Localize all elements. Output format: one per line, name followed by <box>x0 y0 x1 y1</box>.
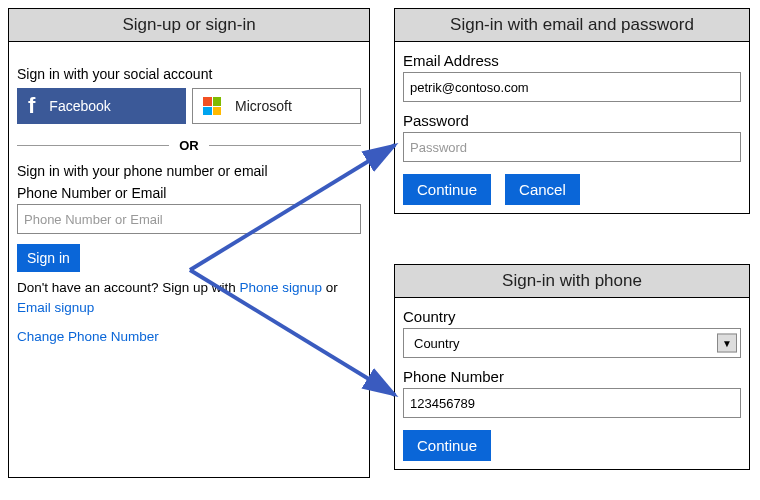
signin-email-panel: Sign-in with email and password Email Ad… <box>394 8 750 214</box>
continue-button[interactable]: Continue <box>403 430 491 461</box>
phone-email-field-label: Phone Number or Email <box>17 185 361 201</box>
microsoft-icon <box>203 97 221 115</box>
phone-signup-link[interactable]: Phone signup <box>239 280 322 295</box>
panel-title: Sign-in with phone <box>395 265 749 298</box>
email-label: Email Address <box>403 52 741 69</box>
password-input[interactable] <box>403 132 741 162</box>
signup-prompt: Don't have an account? Sign up with Phon… <box>17 278 361 319</box>
panel-title: Sign-in with email and password <box>395 9 749 42</box>
signup-signin-panel: Sign-up or sign-in Sign in with your soc… <box>8 8 370 478</box>
continue-button[interactable]: Continue <box>403 174 491 205</box>
phone-email-section-label: Sign in with your phone number or email <box>17 163 361 179</box>
social-label: Sign in with your social account <box>17 66 361 82</box>
cancel-button[interactable]: Cancel <box>505 174 580 205</box>
facebook-button[interactable]: f Facebook <box>17 88 186 124</box>
country-select[interactable]: Country <box>403 328 741 358</box>
change-phone-link[interactable]: Change Phone Number <box>17 329 159 344</box>
phone-number-input[interactable] <box>403 388 741 418</box>
panel-title: Sign-up or sign-in <box>9 9 369 42</box>
email-input[interactable] <box>403 72 741 102</box>
password-label: Password <box>403 112 741 129</box>
signin-button[interactable]: Sign in <box>17 244 80 272</box>
phone-or-email-input[interactable] <box>17 204 361 234</box>
signin-phone-panel: Sign-in with phone Country Country ▼ Pho… <box>394 264 750 470</box>
microsoft-label: Microsoft <box>235 98 292 114</box>
microsoft-button[interactable]: Microsoft <box>192 88 361 124</box>
email-signup-link[interactable]: Email signup <box>17 300 94 315</box>
facebook-icon: f <box>28 95 35 117</box>
phone-number-label: Phone Number <box>403 368 741 385</box>
or-divider: OR <box>17 138 361 153</box>
divider-label: OR <box>179 138 199 153</box>
facebook-label: Facebook <box>49 98 110 114</box>
country-label: Country <box>403 308 741 325</box>
